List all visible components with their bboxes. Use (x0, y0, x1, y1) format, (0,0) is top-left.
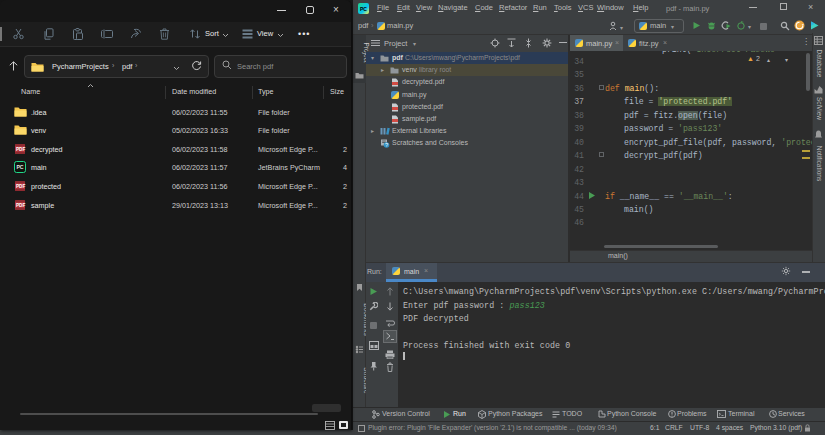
svg-text:PDF: PDF (16, 147, 25, 152)
svg-text:PDF: PDF (16, 184, 25, 189)
svg-text:PC: PC (16, 164, 23, 170)
svg-text:PDF: PDF (16, 203, 25, 208)
